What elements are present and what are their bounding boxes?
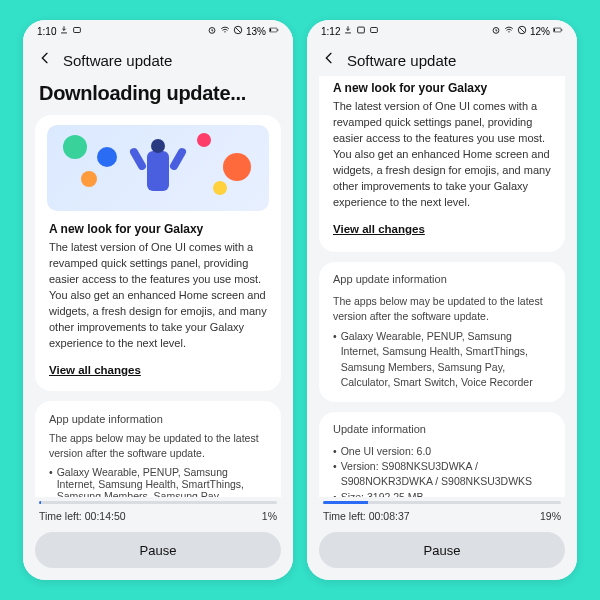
status-bar: 1:12 12% [307,20,577,42]
battery-text: 12% [530,26,550,37]
battery-text: 13% [246,26,266,37]
download-icon [343,25,353,37]
app-list: Galaxy Wearable, PENUP, Samsung Internet… [49,466,267,497]
percent: 1% [262,510,277,522]
battery-icon [269,25,279,37]
view-all-changes-link[interactable]: View all changes [333,221,425,238]
no-signal-icon [233,25,243,37]
alarm-icon [207,25,217,37]
svg-rect-7 [371,28,378,33]
status-bar: 1:10 13% [23,20,293,42]
feature-card: A new look for your Galaxy The latest ve… [35,115,281,391]
app-update-title: App update information [49,413,267,425]
back-button[interactable] [321,50,337,70]
update-info-title: Update information [333,422,551,438]
content-scroll[interactable]: Downloading update... A new look for you… [23,76,293,497]
time-left: Time left: 00:14:50 [39,510,126,522]
phone-right: 1:12 12% Software update A new look for … [307,20,577,580]
app-update-card: App update information The apps below ma… [35,401,281,497]
app-bar: Software update [23,42,293,76]
percent: 19% [540,510,561,522]
update-info-card: Update information One UI version: 6.0 V… [319,412,565,497]
page-title: Software update [63,52,172,69]
svg-rect-11 [554,29,555,32]
progress-bar [39,501,277,504]
pause-button[interactable]: Pause [35,532,281,568]
pause-button[interactable]: Pause [319,532,565,568]
wifi-icon [220,25,230,37]
feature-body: The latest version of One UI comes with … [49,240,267,352]
content-scroll[interactable]: A new look for your Galaxy The latest ve… [307,76,577,497]
update-info-list: One UI version: 6.0 Version: S908NKSU3DW… [333,444,551,497]
wifi-icon [504,25,514,37]
progress-bar [323,501,561,504]
app-update-title: App update information [333,272,551,288]
no-signal-icon [517,25,527,37]
svg-rect-0 [74,28,81,33]
illustration [47,125,269,211]
status-time: 1:10 [37,26,56,37]
feature-body: The latest version of One UI comes with … [333,99,551,211]
svg-rect-6 [358,27,365,33]
svg-rect-5 [277,29,278,31]
time-left: Time left: 00:08:37 [323,510,410,522]
feature-card: A new look for your Galaxy The latest ve… [319,76,565,252]
footer: Time left: 00:08:37 19% Pause [307,497,577,580]
headline: Downloading update... [35,76,281,115]
image-icon [356,25,366,37]
feature-title: A new look for your Galaxy [49,221,267,238]
phone-left: 1:10 13% Software update Downloading upd… [23,20,293,580]
feature-title: A new look for your Galaxy [333,80,551,97]
app-list: Galaxy Wearable, PENUP, Samsung Internet… [333,329,551,390]
battery-icon [553,25,563,37]
app-update-desc: The apps below may be updated to the lat… [333,294,551,323]
svg-rect-4 [270,29,271,32]
app-bar: Software update [307,42,577,76]
download-icon [59,25,69,37]
card-icon [72,25,82,37]
page-title: Software update [347,52,456,69]
app-update-card: App update information The apps below ma… [319,262,565,402]
svg-rect-12 [561,29,562,31]
alarm-icon [491,25,501,37]
card-icon [369,25,379,37]
back-button[interactable] [37,50,53,70]
status-time: 1:12 [321,26,340,37]
view-all-changes-link[interactable]: View all changes [49,362,141,379]
footer: Time left: 00:14:50 1% Pause [23,497,293,580]
app-update-desc: The apps below may be updated to the lat… [49,431,267,460]
